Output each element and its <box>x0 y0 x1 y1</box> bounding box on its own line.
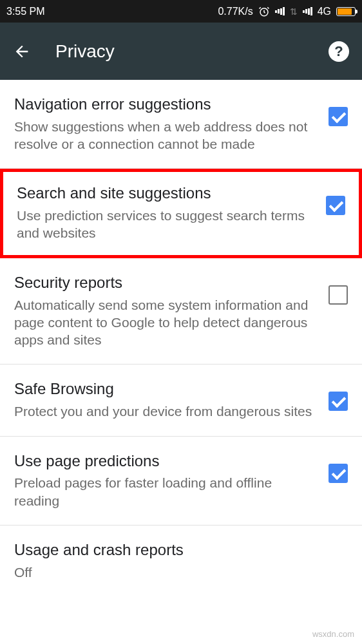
status-speed: 0.77K/s <box>218 6 252 17</box>
back-button[interactable] <box>13 43 31 61</box>
watermark: wsxdn.com <box>312 629 354 639</box>
setting-desc: Use prediction services to suggest searc… <box>17 207 316 242</box>
highlighted-setting: Search and site suggestions Use predicti… <box>0 169 362 258</box>
alarm-icon <box>258 6 270 17</box>
settings-list: Navigation error suggestions Show sugges… <box>0 80 362 596</box>
checkbox-security-reports[interactable] <box>329 285 348 305</box>
checkbox-safe-browsing[interactable] <box>329 392 348 411</box>
status-time: 3:55 PM <box>6 6 45 17</box>
network-label: 4G <box>318 6 331 17</box>
setting-title: Navigation error suggestions <box>14 95 318 114</box>
setting-title: Safe Browsing <box>14 380 318 399</box>
checkbox-page-predictions[interactable] <box>329 464 348 483</box>
setting-navigation-error[interactable]: Navigation error suggestions Show sugges… <box>0 80 362 169</box>
setting-desc: Preload pages for faster loading and off… <box>14 474 318 509</box>
status-bar: 3:55 PM 0.77K/s ⇅ 4G <box>0 0 362 23</box>
checkbox-search-suggestions[interactable] <box>326 196 345 215</box>
setting-desc: Off <box>14 564 348 581</box>
help-button[interactable]: ? <box>329 41 349 62</box>
setting-usage-crash[interactable]: Usage and crash reports Off <box>0 526 362 596</box>
setting-search-suggestions[interactable]: Search and site suggestions Use predicti… <box>0 169 362 257</box>
setting-desc: Protect you and your device from dangero… <box>14 402 318 420</box>
signal-icon-2 <box>303 7 312 15</box>
data-arrows-icon: ⇅ <box>290 6 298 17</box>
signal-icon-1 <box>275 7 285 15</box>
setting-title: Security reports <box>14 274 318 292</box>
page-title: Privacy <box>55 41 329 62</box>
setting-title: Search and site suggestions <box>17 184 316 203</box>
setting-desc: Automatically send some system informati… <box>14 296 318 349</box>
checkbox-navigation-error[interactable] <box>329 107 348 126</box>
app-bar: Privacy ? <box>0 23 362 80</box>
setting-safe-browsing[interactable]: Safe Browsing Protect you and your devic… <box>0 365 362 436</box>
setting-title: Use page predictions <box>14 452 318 471</box>
setting-security-reports[interactable]: Security reports Automatically send some… <box>0 258 362 365</box>
setting-page-predictions[interactable]: Use page predictions Preload pages for f… <box>0 437 362 526</box>
setting-desc: Show suggestions when a web address does… <box>14 118 318 153</box>
setting-title: Usage and crash reports <box>14 541 348 560</box>
battery-icon <box>336 7 356 16</box>
